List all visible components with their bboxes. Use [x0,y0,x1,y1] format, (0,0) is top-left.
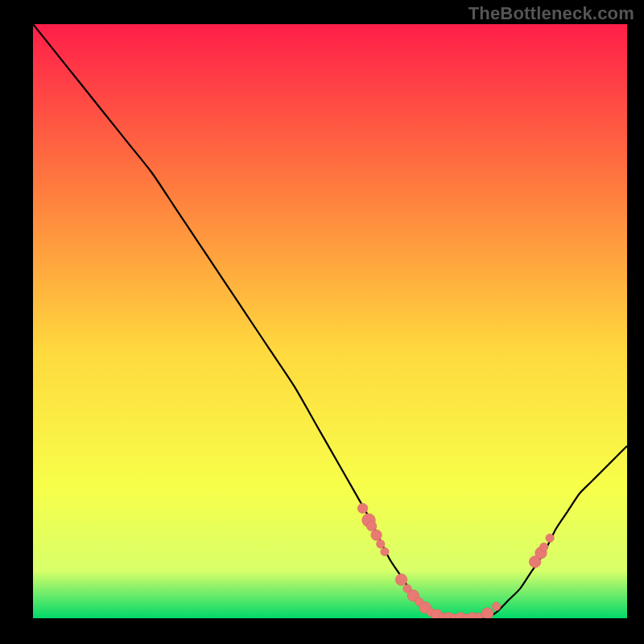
curve-marker [395,574,407,586]
curve-marker [381,547,389,555]
chart-frame: TheBottleneck.com [0,0,644,644]
curve-marker [481,608,493,618]
curve-marker [539,543,547,551]
curve-marker [546,534,554,542]
chart-background [33,24,627,618]
watermark-text: TheBottleneck.com [469,3,634,24]
plot-area [33,24,627,618]
curve-marker [357,503,367,513]
chart-svg [33,24,627,618]
curve-marker [377,540,385,548]
curve-marker [492,602,500,610]
curve-marker [371,530,382,541]
